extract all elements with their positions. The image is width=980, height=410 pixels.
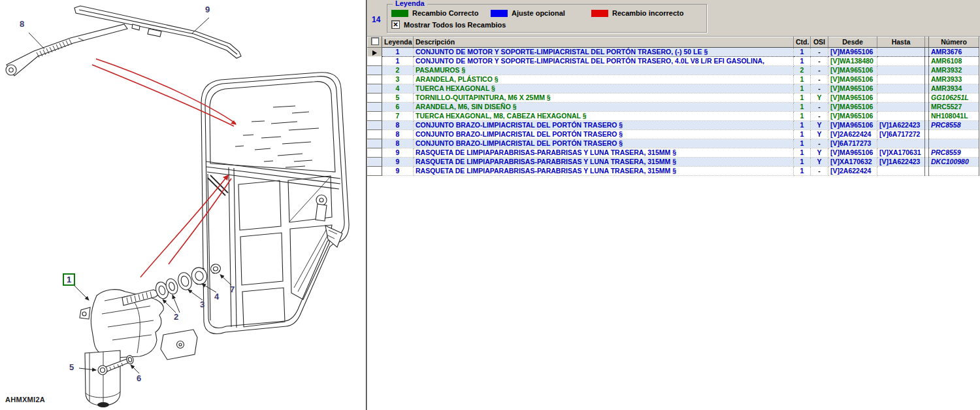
cell-desde: [V]MA965106 bbox=[828, 66, 877, 75]
cell-desde: [V]MA965106 bbox=[828, 94, 877, 103]
cell-leyenda: 7 bbox=[382, 112, 414, 121]
cell-descripcion: RASQUETA DE LIMPIAPARABRISAS-PARABRISAS … bbox=[414, 148, 794, 158]
cell-osi: Y bbox=[811, 148, 828, 158]
cell-ctd: 1 bbox=[794, 139, 811, 148]
row-selector[interactable] bbox=[368, 148, 382, 158]
table-row[interactable]: 8CONJUNTO BRAZO-LIMPIACRISTAL DEL PORTÓN… bbox=[368, 121, 979, 130]
cell-desde: [V]MA965106 bbox=[828, 103, 877, 112]
cell-numero: AMR3933 bbox=[929, 75, 979, 84]
cell-osi: - bbox=[811, 75, 828, 84]
cell-desde: [V]MA965106 bbox=[828, 148, 877, 158]
legend-swatch bbox=[491, 10, 508, 17]
cell-numero: MRC5527 bbox=[929, 103, 979, 112]
cell-ctd: 1 bbox=[794, 94, 811, 103]
select-all-checkbox[interactable] bbox=[371, 37, 379, 45]
cell-desde: [V]MA965106 bbox=[828, 75, 877, 84]
cell-leyenda: 1 bbox=[382, 57, 414, 66]
legend-item-label: Ajuste opcional bbox=[512, 9, 565, 17]
cell-numero: GG106251L bbox=[929, 94, 979, 103]
cell-numero: PRC8559 bbox=[929, 148, 979, 158]
diagram-panel: 891234756 AHMXMI2A bbox=[0, 0, 366, 410]
diagram-callout-6[interactable]: 6 bbox=[137, 374, 141, 383]
select-all-cell[interactable] bbox=[368, 37, 382, 48]
col-header-leyenda[interactable]: Leyenda bbox=[382, 37, 414, 48]
diagram-callout-8[interactable]: 8 bbox=[20, 20, 24, 29]
diagram-callout-3[interactable]: 3 bbox=[200, 300, 204, 309]
cell-numero bbox=[929, 167, 979, 176]
cell-leyenda: 8 bbox=[382, 130, 414, 139]
cell-descripcion: ARANDELA, M6, SIN DISEÑO § bbox=[414, 103, 794, 112]
diagram-callout-4[interactable]: 4 bbox=[214, 292, 219, 301]
cell-hasta: [V]6A717272 bbox=[877, 130, 925, 139]
row-selector[interactable] bbox=[368, 84, 382, 94]
row-selector[interactable] bbox=[368, 66, 382, 75]
cell-descripcion: RASQUETA DE LIMPIAPARABRISAS-PARABRISAS … bbox=[414, 158, 794, 167]
diagram-callout-7[interactable]: 7 bbox=[230, 285, 235, 294]
parts-panel: 14 Leyenda Recambio CorrectoAjuste opcio… bbox=[367, 0, 980, 410]
legend-item-label: Recambio incorrecto bbox=[612, 9, 683, 17]
table-row[interactable]: 1CONJUNTO DE MOTOR Y SOPORTE-LIMPIACRIST… bbox=[368, 57, 979, 66]
col-header-osi[interactable]: OSI bbox=[811, 37, 828, 48]
parts-table-area: Leyenda Descripción Ctd. OSI Desde Hasta… bbox=[367, 37, 980, 176]
table-row[interactable]: 9RASQUETA DE LIMPIAPARABRISAS-PARABRISAS… bbox=[368, 167, 979, 176]
table-row[interactable]: 5TORNILLO-QUITAPINTURA, M6 X 25MM §1Y[V]… bbox=[368, 94, 979, 103]
table-row[interactable]: 3ARANDELA, PLÁSTICO §1-[V]MA965106AMR393… bbox=[368, 75, 979, 84]
cell-hasta: [V]XA170631 bbox=[877, 148, 925, 158]
col-header-hasta[interactable]: Hasta bbox=[877, 37, 925, 48]
row-selector[interactable] bbox=[368, 94, 382, 103]
cell-leyenda: 9 bbox=[382, 148, 414, 158]
row-selector[interactable] bbox=[368, 112, 382, 121]
table-row[interactable]: 1CONJUNTO DE MOTOR Y SOPORTE-LIMPIACRIST… bbox=[368, 48, 979, 57]
row-selector[interactable] bbox=[368, 121, 382, 130]
cell-osi: - bbox=[811, 167, 828, 176]
diagram-callout-2[interactable]: 2 bbox=[174, 313, 178, 322]
row-selector[interactable] bbox=[368, 167, 382, 176]
row-selector[interactable] bbox=[368, 48, 382, 57]
parts-tbody: 1CONJUNTO DE MOTOR Y SOPORTE-LIMPIACRIST… bbox=[368, 48, 979, 176]
cell-osi: - bbox=[811, 103, 828, 112]
table-row[interactable]: 9RASQUETA DE LIMPIAPARABRISAS-PARABRISAS… bbox=[368, 158, 979, 167]
show-all-checkbox[interactable] bbox=[391, 20, 400, 29]
cell-numero: AMR3676 bbox=[929, 48, 979, 57]
table-row[interactable]: 9RASQUETA DE LIMPIAPARABRISAS-PARABRISAS… bbox=[368, 148, 979, 158]
col-header-desde[interactable]: Desde bbox=[828, 37, 877, 48]
table-row[interactable]: 7TUERCA HEXAGONAL, M8, CABEZA HEXAGONAL … bbox=[368, 112, 979, 121]
diagram-callout-1[interactable]: 1 bbox=[63, 273, 75, 286]
table-row[interactable]: 8CONJUNTO BRAZO-LIMPIACRISTAL DEL PORTÓN… bbox=[368, 139, 979, 148]
cell-descripcion: CONJUNTO DE MOTOR Y SOPORTE-LIMPIACRISTA… bbox=[414, 57, 794, 66]
row-selector[interactable] bbox=[368, 139, 382, 148]
row-selector[interactable] bbox=[368, 103, 382, 112]
cell-hasta bbox=[877, 75, 925, 84]
cell-descripcion: TUERCA HEXAGONAL § bbox=[414, 84, 794, 94]
cell-ctd: 2 bbox=[794, 66, 811, 75]
row-selector[interactable] bbox=[368, 57, 382, 66]
cell-ctd: 1 bbox=[794, 48, 811, 57]
cell-osi: Y bbox=[811, 130, 828, 139]
cell-descripcion: TORNILLO-QUITAPINTURA, M6 X 25MM § bbox=[414, 94, 794, 103]
table-row[interactable]: 4TUERCA HEXAGONAL §1-[V]MA965106AMR3934 bbox=[368, 84, 979, 94]
cell-descripcion: TUERCA HEXAGONAL, M8, CABEZA HEXAGONAL § bbox=[414, 112, 794, 121]
table-row[interactable]: 2PASAMUROS §2-[V]MA965106AMR3932 bbox=[368, 66, 979, 75]
row-count-label: 14 bbox=[372, 15, 380, 24]
show-all-label: Mostrar Todos los Recambios bbox=[404, 21, 506, 29]
cell-ctd: 1 bbox=[794, 148, 811, 158]
cell-leyenda: 9 bbox=[382, 158, 414, 167]
current-row-arrow bbox=[372, 50, 377, 56]
cell-numero: NH108041L bbox=[929, 112, 979, 121]
col-header-ctd[interactable]: Ctd. bbox=[794, 37, 811, 48]
row-selector[interactable] bbox=[368, 75, 382, 84]
col-header-numero[interactable]: Número bbox=[929, 37, 979, 48]
legend-item: Recambio Correcto bbox=[391, 9, 478, 17]
cell-numero bbox=[929, 130, 979, 139]
table-row[interactable]: 6ARANDELA, M6, SIN DISEÑO §1-[V]MA965106… bbox=[368, 103, 979, 112]
row-selector[interactable] bbox=[368, 158, 382, 167]
col-header-descripcion[interactable]: Descripción bbox=[414, 37, 794, 48]
row-selector[interactable] bbox=[368, 130, 382, 139]
cell-descripcion: CONJUNTO BRAZO-LIMPIACRISTAL DEL PORTÓN … bbox=[414, 121, 794, 130]
cell-numero bbox=[929, 139, 979, 148]
diagram-callout-5[interactable]: 5 bbox=[69, 363, 74, 372]
parts-catalog-window: 891234756 AHMXMI2A 14 Leyenda Recambio C… bbox=[0, 0, 980, 410]
table-row[interactable]: 8CONJUNTO BRAZO-LIMPIACRISTAL DEL PORTÓN… bbox=[368, 130, 979, 139]
diagram-callout-9[interactable]: 9 bbox=[205, 5, 210, 14]
cell-leyenda: 2 bbox=[382, 66, 414, 75]
